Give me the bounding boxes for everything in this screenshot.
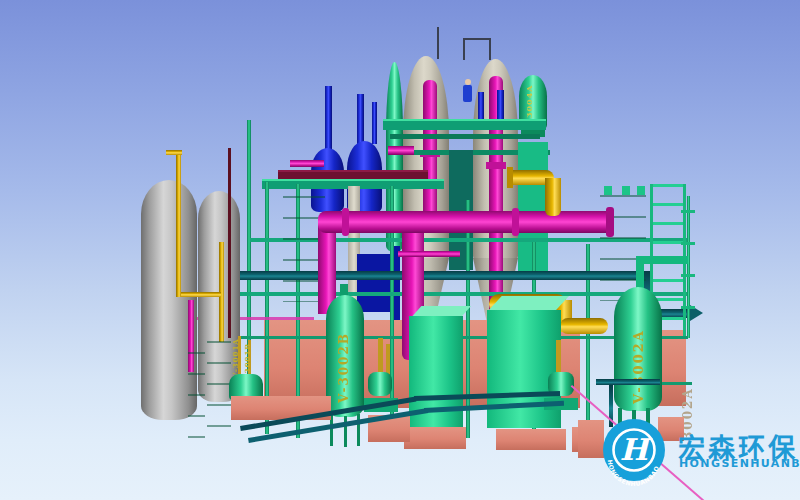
yellow-riser-left-top	[166, 150, 182, 155]
logo-badge-glyph: H	[620, 432, 653, 467]
plate-exchanger-left-1	[188, 352, 205, 442]
frame-stub-2	[681, 242, 695, 245]
worker-figure-body	[463, 85, 472, 102]
vessel-v3002a-pipe-h	[636, 256, 688, 264]
magenta-branch	[398, 251, 460, 257]
pedestal-box-1	[404, 427, 466, 449]
platform-deck-top-2	[390, 134, 540, 139]
magenta-riser-2-flange	[486, 162, 506, 169]
blue-stack-2	[357, 94, 364, 146]
antenna-bracket-l	[463, 38, 465, 60]
plate-exchanger-right-tab1	[604, 186, 612, 195]
magenta-header-pipe	[318, 211, 614, 233]
magenta-stub-top-2	[388, 146, 414, 155]
yellow-elbow-top-flange	[507, 167, 513, 188]
magenta-header-end-flange	[606, 207, 614, 237]
antenna-bracket-top	[463, 38, 491, 40]
pump-right-stack	[556, 340, 561, 376]
magenta-header-flange-1	[512, 208, 519, 236]
yellow-elbow-top-drop	[545, 178, 561, 216]
pedestal-box-2	[496, 429, 566, 450]
magenta-header-flange-2	[342, 208, 349, 236]
vessel-v3002b-label: V-3002B	[337, 303, 351, 403]
pump-center-body	[368, 372, 392, 396]
yellow-run-left	[181, 292, 221, 297]
plate-exchanger-right-tab3	[637, 186, 645, 195]
magenta-stub-top	[290, 160, 324, 167]
vessel-v3002a-label: V-3002A	[631, 299, 646, 404]
frame-stub-1	[681, 210, 695, 213]
box-tank-2	[487, 310, 561, 428]
blue-stack-3	[372, 102, 377, 144]
antenna-line	[437, 27, 439, 59]
antenna-bracket-r	[489, 38, 491, 60]
plant-render-canvas: V-3004A	[0, 0, 800, 500]
plate-exchanger-left-2	[207, 341, 231, 443]
tank-v3001a-label: V-3001A	[231, 326, 240, 378]
logo-badge: H HONGSENHUANBAO	[597, 413, 671, 487]
plate-exchanger-right-tab2	[622, 186, 630, 195]
platform-deck-top	[383, 119, 546, 130]
logo-english-name: HONGSENHUANBAO	[679, 457, 800, 470]
frame-stub-4	[681, 306, 695, 309]
blue-stack-1	[325, 86, 332, 150]
yellow-riser-left	[176, 152, 181, 297]
teal-valve-run	[596, 379, 660, 385]
frame-post-4	[466, 200, 470, 438]
frame-stub-3	[681, 274, 695, 277]
maroon-pipe-left	[228, 148, 231, 338]
frame-post-far-right	[687, 196, 690, 338]
blue-panel	[357, 254, 390, 312]
yellow-transfer-2	[560, 318, 608, 334]
